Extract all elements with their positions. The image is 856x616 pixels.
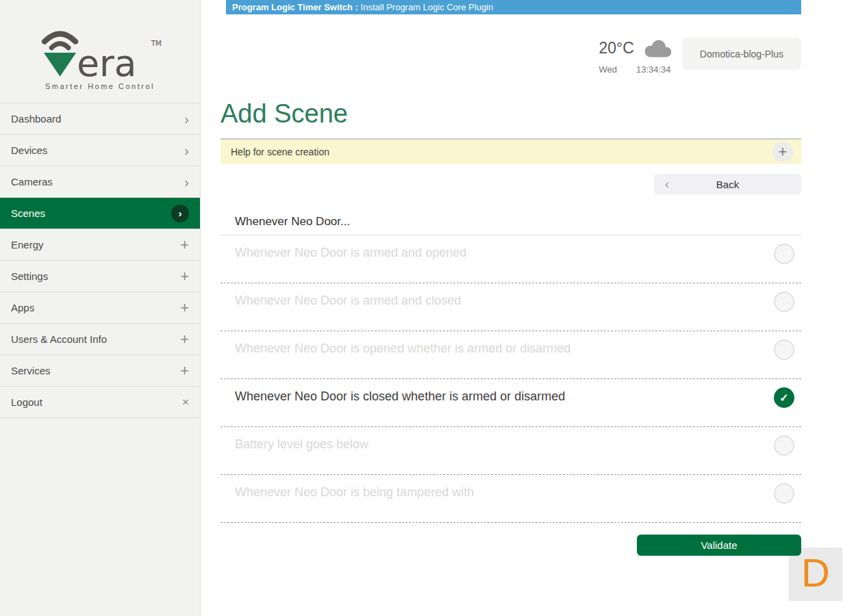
svg-text:era: era [77, 42, 136, 81]
radio-button[interactable] [774, 435, 794, 456]
sidebar-item-settings[interactable]: Settings + [0, 261, 200, 292]
vera-logo: era TM Smarter Home Control [0, 0, 200, 103]
cloud-icon [641, 38, 674, 59]
plus-icon: + [180, 300, 189, 316]
page-title: Add Scene [221, 99, 801, 129]
banner-subtitle: Install Program Logic Core Plugin [358, 2, 493, 12]
sidebar-item-apps[interactable]: Apps + [0, 292, 200, 324]
logo-tagline: Smarter Home Control [0, 82, 200, 90]
help-expand-button[interactable]: + [772, 142, 793, 162]
radio-checked-icon[interactable]: ✓ [774, 387, 794, 408]
vera-logo-icon: era TM [33, 25, 167, 81]
trigger-option-label: Whenever Neo Door is closed whether is a… [235, 387, 565, 404]
validate-button[interactable]: Validate [637, 535, 801, 556]
sidebar-item-label: Logout [11, 396, 182, 408]
trigger-option-row[interactable]: Whenever Neo Door is armed and opened [221, 235, 801, 283]
trigger-option-label: Whenever Neo Door is opened whether is a… [235, 339, 570, 356]
sidebar-menu: Dashboard › Devices › Cameras › Scenes ›… [0, 103, 200, 418]
trigger-option-label: Battery level goes below [235, 435, 368, 452]
svg-text:TM: TM [151, 39, 162, 47]
chevron-right-icon: › [171, 205, 189, 222]
radio-button[interactable] [774, 339, 794, 360]
chevron-right-icon: › [184, 144, 189, 157]
trigger-option-row[interactable]: Whenever Neo Door is armed and closed [221, 283, 801, 331]
sidebar-item-label: Dashboard [11, 113, 184, 125]
trigger-option-row[interactable]: Battery level goes below [221, 427, 801, 475]
sidebar-item-scenes[interactable]: Scenes › [0, 198, 200, 229]
sidebar-item-label: Settings [11, 270, 180, 282]
sidebar-item-cameras[interactable]: Cameras › [0, 166, 200, 198]
trigger-option-label: Whenever Neo Door is being tampered with [235, 483, 474, 500]
trigger-options-list: Whenever Neo Door is armed and opened Wh… [221, 235, 801, 523]
trigger-option-label: Whenever Neo Door is armed and closed [235, 292, 461, 308]
trigger-section-title: Whenever Neo Door... [221, 215, 801, 235]
sidebar-item-label: Cameras [11, 176, 184, 188]
close-icon: × [182, 396, 189, 408]
radio-button[interactable] [774, 483, 794, 504]
controller-select-button[interactable]: Domotica-blog-Plus [682, 38, 801, 70]
help-label: Help for scene creation [231, 146, 329, 157]
trigger-option-row[interactable]: Whenever Neo Door is being tampered with [221, 475, 801, 523]
help-bar: Help for scene creation + [221, 138, 801, 164]
time-label: 13:34:34 [636, 64, 671, 75]
radio-button[interactable] [774, 244, 794, 264]
sidebar-item-logout[interactable]: Logout × [0, 387, 200, 418]
trigger-option-label: Whenever Neo Door is armed and opened [235, 244, 466, 260]
back-button[interactable]: ‹ Back [654, 174, 801, 194]
plus-icon: + [779, 143, 788, 161]
plugin-notification-banner[interactable]: Program Logic Timer Switch : Install Pro… [226, 0, 801, 14]
main-area: Program Logic Timer Switch : Install Pro… [201, 0, 856, 616]
sidebar-item-label: Scenes [11, 207, 171, 219]
radio-button[interactable] [774, 292, 794, 312]
weather-widget: 20°C Wed 13:34:34 [599, 38, 673, 75]
sidebar: era TM Smarter Home Control Dashboard › … [0, 0, 201, 616]
banner-title: Program Logic Timer Switch : [232, 2, 358, 12]
back-label: Back [716, 179, 739, 190]
plus-icon: + [180, 269, 189, 284]
chevron-right-icon: › [184, 175, 189, 189]
sidebar-item-users-account-info[interactable]: Users & Account Info + [0, 324, 200, 355]
sidebar-item-label: Services [11, 365, 180, 376]
temperature-label: 20°C [599, 39, 633, 57]
trigger-option-row[interactable]: Whenever Neo Door is opened whether is a… [221, 331, 801, 379]
sidebar-item-devices[interactable]: Devices › [0, 135, 200, 166]
sidebar-item-services[interactable]: Services + [0, 355, 200, 387]
day-label: Wed [599, 64, 617, 75]
header-widgets: 20°C Wed 13:34:34 Domotica-blog- [221, 38, 801, 75]
sidebar-item-label: Energy [11, 239, 180, 251]
sidebar-item-label: Devices [11, 144, 184, 156]
plus-icon: + [180, 332, 189, 347]
plus-icon: + [180, 238, 189, 253]
sidebar-item-label: Apps [11, 302, 180, 313]
chevron-left-icon: ‹ [665, 177, 669, 192]
chevron-right-icon: › [184, 112, 189, 126]
trigger-option-row[interactable]: Whenever Neo Door is closed whether is a… [221, 379, 801, 427]
sidebar-item-energy[interactable]: Energy + [0, 229, 200, 261]
sidebar-item-label: Users & Account Info [11, 333, 180, 345]
plus-icon: + [180, 363, 189, 378]
watermark-letter: D [801, 553, 830, 593]
sidebar-item-dashboard[interactable]: Dashboard › [0, 103, 200, 135]
